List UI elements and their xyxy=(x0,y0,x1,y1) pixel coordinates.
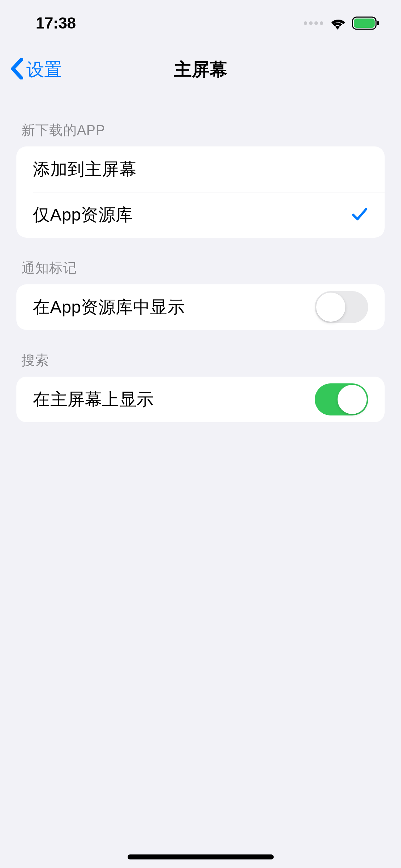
section-header-badges: 通知标记 xyxy=(0,259,401,284)
row-show-on-home-screen: 在主屏幕上显示 xyxy=(16,377,385,422)
svg-rect-1 xyxy=(354,19,375,28)
option-add-to-home[interactable]: 添加到主屏幕 xyxy=(16,146,385,192)
battery-icon xyxy=(352,16,380,30)
option-label: 仅App资源库 xyxy=(33,203,133,226)
toggle-knob xyxy=(316,293,345,322)
wifi-icon xyxy=(329,17,346,30)
status-bar: 17:38 xyxy=(0,0,401,46)
toggle-show-in-app-library[interactable] xyxy=(315,291,368,323)
group-badges: 在App资源库中显示 xyxy=(16,284,385,330)
group-search: 在主屏幕上显示 xyxy=(16,377,385,422)
cellular-dots-icon xyxy=(304,21,323,25)
home-indicator[interactable] xyxy=(128,854,274,859)
group-new-apps: 添加到主屏幕 仅App资源库 xyxy=(16,146,385,238)
row-show-in-app-library: 在App资源库中显示 xyxy=(16,284,385,330)
svg-rect-2 xyxy=(377,21,379,25)
section-header-new-apps: 新下载的APP xyxy=(0,121,401,146)
toggle-label: 在App资源库中显示 xyxy=(33,296,185,319)
option-label: 添加到主屏幕 xyxy=(33,158,137,181)
page-title: 主屏幕 xyxy=(174,58,227,82)
toggle-label: 在主屏幕上显示 xyxy=(33,388,154,411)
section-header-search: 搜索 xyxy=(0,351,401,377)
back-button[interactable]: 设置 xyxy=(11,58,62,82)
status-time: 17:38 xyxy=(36,14,76,32)
status-right xyxy=(304,16,380,30)
nav-bar: 设置 主屏幕 xyxy=(0,46,401,93)
toggle-show-on-home-screen[interactable] xyxy=(315,383,368,415)
option-app-library-only[interactable]: 仅App资源库 xyxy=(16,192,385,238)
chevron-left-icon xyxy=(11,58,24,81)
checkmark-icon xyxy=(351,206,368,224)
back-label: 设置 xyxy=(26,58,62,82)
toggle-knob xyxy=(338,385,367,414)
